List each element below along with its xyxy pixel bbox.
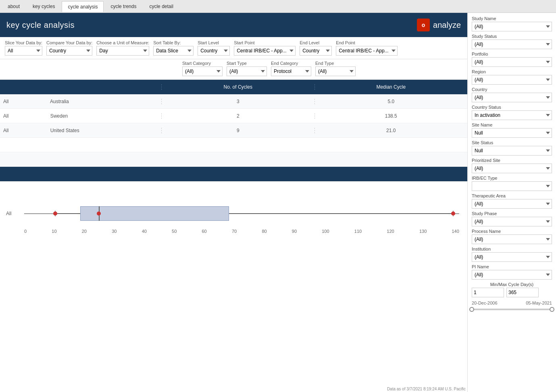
- slice-filter-group: Slice Your Data by: All: [5, 40, 42, 56]
- study-status-label: Study Status: [472, 34, 552, 39]
- col-cycles-header: No. of Cycles: [161, 84, 314, 90]
- range-slider-thumb-left[interactable]: [469, 307, 474, 312]
- end-point-group: End Point Central IRB/EC - App...: [336, 40, 398, 56]
- pi-name-select[interactable]: (All): [472, 270, 552, 280]
- country-status-select[interactable]: In activation: [472, 110, 552, 120]
- start-category-select[interactable]: (All): [182, 66, 223, 76]
- sidebar-process-name: Process Name (All): [472, 229, 552, 244]
- study-name-select[interactable]: (All): [472, 22, 552, 31]
- row2-col0: All Sweden: [0, 113, 161, 119]
- date-end: 05-May-2021: [526, 301, 552, 305]
- start-point-group: Start Point Central IRB/EC - App...: [234, 40, 296, 56]
- xaxis-100: 100: [322, 229, 329, 234]
- start-type-group: Start Type (All): [227, 61, 267, 76]
- boxplot-container: All: [24, 201, 459, 226]
- end-level-select[interactable]: Country: [300, 46, 332, 56]
- xaxis-80: 80: [262, 229, 267, 234]
- xaxis-30: 30: [112, 229, 117, 234]
- row3-col0: All United States: [0, 128, 161, 133]
- end-category-select[interactable]: Protocol: [271, 66, 311, 76]
- start-level-select[interactable]: Country: [198, 46, 230, 56]
- chart-header: [0, 167, 467, 181]
- xaxis-70: 70: [232, 229, 237, 234]
- start-type-select[interactable]: (All): [227, 66, 267, 76]
- sort-label: Sort Table By:: [153, 40, 194, 45]
- start-category-label: Start Category: [182, 61, 223, 66]
- compare-label: Compare Your Data by:: [46, 40, 92, 45]
- logo-area: o analyze: [417, 19, 461, 31]
- therapeutic-area-label: Therapeutic Area: [472, 193, 552, 198]
- region-select[interactable]: (All): [472, 75, 552, 85]
- content-area: key cycle analysis o analyze Slice Your …: [0, 13, 467, 392]
- xaxis-20: 20: [82, 229, 87, 234]
- main-layout: key cycle analysis o analyze Slice Your …: [0, 13, 556, 392]
- region-label: Region: [472, 69, 552, 74]
- sidebar-pi-name: PI Name (All): [472, 264, 552, 280]
- compare-select[interactable]: Country: [46, 46, 92, 56]
- start-point-select[interactable]: Central IRB/EC - App...: [234, 46, 296, 56]
- sidebar-region: Region (All): [472, 69, 552, 85]
- site-status-select[interactable]: Null: [472, 146, 552, 156]
- row3-slice: All: [3, 128, 8, 133]
- row2-compare: Sweden: [50, 113, 68, 119]
- start-level-group: Start Level Country: [198, 40, 230, 56]
- xaxis-10: 10: [52, 229, 56, 234]
- prioritized-site-select[interactable]: (All): [472, 164, 552, 173]
- filter-bar-row1: Slice Your Data by: All Compare Your Dat…: [0, 37, 467, 59]
- table-row: All United States 9 21.0: [0, 123, 467, 138]
- xaxis-120: 120: [387, 229, 394, 234]
- start-type-label: Start Type: [227, 61, 267, 66]
- site-name-label: Site Name: [472, 122, 552, 127]
- country-select[interactable]: (All): [472, 93, 552, 102]
- therapeutic-area-select[interactable]: (All): [472, 199, 552, 209]
- unit-select[interactable]: Day: [96, 46, 149, 56]
- irb-ec-select[interactable]: [472, 181, 552, 191]
- end-type-select[interactable]: (All): [315, 66, 356, 76]
- xaxis-50: 50: [172, 229, 177, 234]
- end-level-group: End Level Country: [300, 40, 332, 56]
- institution-label: Institution: [472, 247, 552, 251]
- end-point-select[interactable]: Central IRB/EC - App...: [336, 46, 398, 56]
- tab-cycle-analysis[interactable]: cycle analysis: [62, 1, 104, 12]
- start-level-label: Start Level: [198, 40, 230, 45]
- boxplot-whisker-right: [229, 214, 453, 214]
- site-status-label: Site Status: [472, 140, 552, 145]
- xaxis: 0 10 20 30 40 50 60 70 80 90 100 110 120…: [24, 229, 459, 234]
- study-phase-select[interactable]: (All): [472, 217, 552, 226]
- xaxis-60: 60: [202, 229, 207, 234]
- tab-key-cycles[interactable]: key cycles: [27, 1, 61, 12]
- study-phase-label: Study Phase: [472, 211, 552, 216]
- table-row-empty: [0, 152, 467, 167]
- process-name-select[interactable]: (All): [472, 234, 552, 244]
- portfolio-select[interactable]: (All): [472, 57, 552, 67]
- col-median-header: Median Cycle: [314, 84, 468, 90]
- sidebar-therapeutic-area: Therapeutic Area (All): [472, 193, 552, 209]
- filter-bar-row2: Start Category (All) Start Type (All) En…: [0, 59, 467, 80]
- minmax-inputs: [472, 288, 552, 297]
- boxplot-max-dot: [451, 212, 455, 216]
- min-input[interactable]: [472, 288, 504, 297]
- tab-bar: about key cycles cycle analysis cycle tr…: [0, 0, 556, 13]
- tab-cycle-trends[interactable]: cycle trends: [104, 1, 142, 12]
- row3-cycles: 9: [161, 128, 314, 133]
- sort-select[interactable]: Data Slice: [153, 46, 194, 56]
- range-slider-track[interactable]: [472, 309, 552, 310]
- max-input[interactable]: [506, 288, 539, 297]
- boxplot-box: [80, 206, 229, 221]
- minmax-label: Min/Max Cycle Day(s): [472, 282, 552, 287]
- study-status-select[interactable]: (All): [472, 39, 552, 49]
- prioritized-site-label: Prioritized Site: [472, 158, 552, 163]
- page-header: key cycle analysis o analyze: [0, 13, 467, 37]
- end-level-label: End Level: [300, 40, 332, 45]
- sidebar-institution: Institution (All): [472, 247, 552, 262]
- date-range-labels: 20-Dec-2006 05-May-2021: [472, 301, 552, 305]
- logo-icon: o: [417, 19, 430, 31]
- sidebar-date-range: 20-Dec-2006 05-May-2021: [472, 300, 552, 310]
- range-slider-thumb-right[interactable]: [550, 307, 554, 312]
- irb-ec-label: IRB/EC Type: [472, 176, 552, 180]
- slice-select[interactable]: All: [5, 46, 42, 56]
- institution-select[interactable]: (All): [472, 252, 552, 262]
- tab-about[interactable]: about: [2, 1, 26, 12]
- site-name-select[interactable]: Null: [472, 128, 552, 138]
- tab-cycle-detail[interactable]: cycle detail: [143, 1, 179, 12]
